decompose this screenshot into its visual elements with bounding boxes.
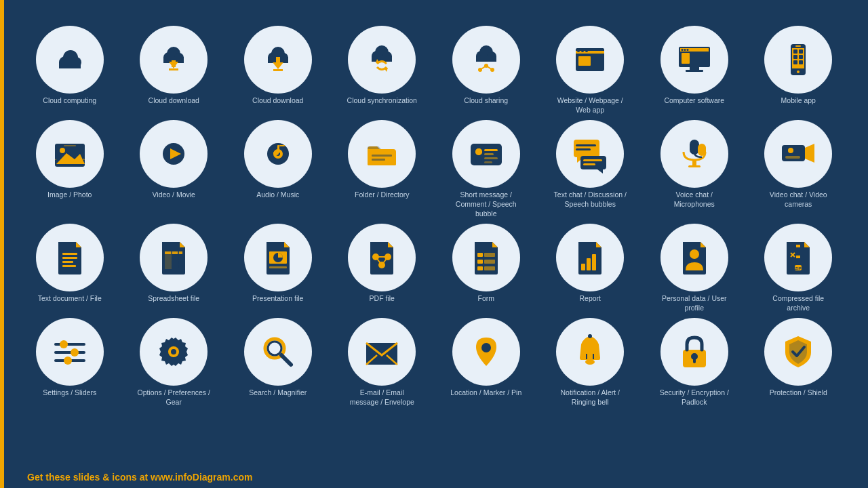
svg-rect-71 bbox=[64, 145, 76, 146]
svg-rect-80 bbox=[372, 155, 392, 157]
icon-label-personal-data: Personal data / User profile bbox=[657, 294, 732, 312]
icon-cell-settings-sliders: Settings / Sliders bbox=[20, 318, 119, 407]
svg-point-51 bbox=[684, 49, 686, 51]
svg-rect-60 bbox=[799, 49, 803, 54]
svg-rect-102 bbox=[782, 145, 805, 161]
page-header bbox=[0, 0, 868, 18]
svg-point-84 bbox=[475, 148, 482, 155]
svg-point-87 bbox=[475, 157, 482, 163]
icon-label-text-chat: Text chat / Discussion / Speech bubbles bbox=[553, 190, 627, 209]
svg-point-52 bbox=[686, 49, 688, 51]
icon-cell-presentation: Presentation file bbox=[229, 224, 328, 312]
icon-label-report: Report bbox=[579, 294, 601, 304]
icon-circle-image-photo bbox=[36, 120, 104, 188]
svg-rect-107 bbox=[62, 257, 77, 259]
footer-text: Get these slides & icons at www.infoDiag… bbox=[27, 472, 252, 483]
icon-circle-text-chat bbox=[556, 120, 624, 188]
svg-rect-3 bbox=[59, 62, 81, 68]
svg-rect-92 bbox=[576, 144, 596, 146]
icon-circle-video-movie bbox=[140, 120, 208, 188]
icon-circle-spreadsheet bbox=[140, 224, 208, 291]
icon-circle-cloud-download-2 bbox=[244, 26, 312, 94]
svg-rect-128 bbox=[484, 253, 495, 257]
svg-rect-88 bbox=[484, 157, 498, 159]
icon-label-options-gear: Options / Preferences / Gear bbox=[136, 388, 211, 407]
svg-rect-108 bbox=[62, 261, 73, 263]
icon-cell-cloud-download-1: Cloud download bbox=[125, 26, 224, 115]
icon-circle-voice-chat bbox=[660, 120, 728, 188]
icon-cell-search-magnifier: Search / Magnifier bbox=[229, 318, 328, 407]
icon-label-short-message: Short message / Comment / Speech bubble bbox=[449, 190, 524, 218]
footer: Get these slides & icons at www.infoDiag… bbox=[27, 472, 252, 483]
icon-label-protection-shield: Protection / Shield bbox=[770, 388, 827, 398]
svg-rect-130 bbox=[484, 260, 495, 264]
svg-point-150 bbox=[64, 357, 72, 365]
svg-rect-137 bbox=[796, 245, 800, 247]
icon-cell-security-padlock: Security / Encryption / Padlock bbox=[645, 318, 744, 407]
icon-circle-audio-music bbox=[244, 120, 312, 188]
icon-label-folder-directory: Folder / Directory bbox=[355, 190, 410, 200]
svg-line-31 bbox=[480, 66, 486, 70]
icon-circle-email-envelope bbox=[348, 318, 416, 386]
svg-rect-53 bbox=[690, 67, 699, 70]
icon-cell-compressed-file: ZIP Compressed file archive bbox=[749, 224, 848, 312]
svg-point-57 bbox=[797, 70, 800, 73]
icon-label-mobile-app: Mobile app bbox=[781, 96, 816, 106]
svg-line-154 bbox=[281, 355, 291, 365]
svg-rect-81 bbox=[372, 159, 385, 161]
svg-rect-62 bbox=[799, 55, 803, 59]
icon-circle-short-message bbox=[452, 120, 520, 188]
icon-circle-location-pin bbox=[452, 318, 520, 386]
icon-label-cloud-download-1: Cloud download bbox=[149, 96, 199, 106]
icon-circle-website bbox=[556, 26, 624, 94]
svg-rect-97 bbox=[583, 163, 595, 165]
svg-rect-27 bbox=[476, 56, 496, 62]
svg-point-152 bbox=[171, 349, 176, 354]
icon-circle-personal-data bbox=[660, 224, 728, 291]
icon-label-pdf-file: PDF file bbox=[370, 294, 395, 304]
icon-cell-short-message: Short message / Comment / Speech bubble bbox=[437, 120, 536, 218]
svg-rect-132 bbox=[484, 266, 495, 270]
icon-cell-protection-shield: Protection / Shield bbox=[749, 318, 848, 407]
icon-cell-cloud-sharing: Cloud sharing bbox=[437, 26, 536, 115]
icon-cell-video-movie: Video / Movie bbox=[125, 120, 224, 218]
icon-label-video-chat: Video chat / Video cameras bbox=[761, 190, 835, 209]
svg-point-160 bbox=[588, 334, 592, 338]
icon-cell-cloud-computing: Cloud computing bbox=[20, 26, 119, 115]
icon-circle-settings-sliders bbox=[36, 318, 104, 386]
icon-label-video-movie: Video / Movie bbox=[153, 190, 195, 200]
svg-rect-129 bbox=[477, 260, 483, 264]
icon-circle-video-chat bbox=[764, 120, 832, 188]
icon-label-notification-bell: Notification / Alert / Ringing bell bbox=[553, 388, 627, 407]
svg-rect-79 bbox=[279, 145, 285, 146]
svg-rect-134 bbox=[587, 258, 591, 270]
svg-rect-89 bbox=[484, 161, 492, 163]
icon-label-cloud-sharing: Cloud sharing bbox=[464, 96, 508, 106]
svg-rect-101 bbox=[698, 144, 706, 156]
svg-point-146 bbox=[60, 340, 68, 348]
icon-label-cloud-download-2: Cloud download bbox=[252, 96, 303, 106]
icon-label-audio-music: Audio / Music bbox=[256, 190, 299, 200]
icon-label-presentation: Presentation file bbox=[252, 294, 303, 304]
icon-label-spreadsheet: Spreadsheet file bbox=[148, 294, 199, 304]
svg-rect-16 bbox=[276, 57, 280, 64]
svg-rect-58 bbox=[795, 45, 801, 47]
icon-cell-text-chat: Text chat / Discussion / Speech bubbles bbox=[541, 120, 640, 218]
icon-label-text-document: Text document / File bbox=[38, 294, 102, 304]
svg-rect-48 bbox=[691, 53, 707, 56]
svg-rect-131 bbox=[477, 266, 483, 270]
svg-rect-85 bbox=[484, 149, 498, 151]
svg-point-69 bbox=[60, 148, 65, 153]
icon-circle-cloud-computing bbox=[36, 26, 104, 94]
icon-label-website: Website / Webpage / Web app bbox=[553, 96, 627, 115]
svg-point-136 bbox=[690, 249, 699, 259]
icon-circle-security-padlock bbox=[660, 318, 728, 386]
svg-rect-168 bbox=[693, 358, 696, 363]
svg-rect-63 bbox=[793, 60, 797, 64]
icon-cell-mobile-app: Mobile app bbox=[749, 26, 848, 115]
icon-cell-notification-bell: Notification / Alert / Ringing bell bbox=[541, 318, 640, 407]
svg-rect-47 bbox=[682, 53, 690, 64]
icon-circle-options-gear bbox=[140, 318, 208, 386]
icon-circle-compressed-file: ZIP bbox=[764, 224, 832, 291]
icon-cell-website: Website / Webpage / Web app bbox=[541, 26, 640, 115]
